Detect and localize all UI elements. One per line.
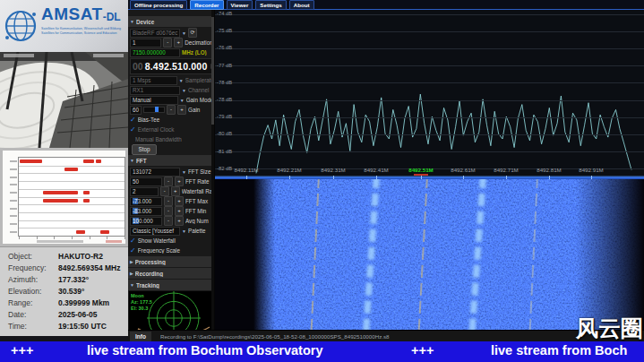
row-tracking[interactable]: ▼Tracking [128, 280, 214, 290]
ticker-right-text: live stream from Boch [491, 343, 627, 358]
caret-right-icon[interactable]: ▶ [130, 259, 133, 264]
caret-right-icon[interactable]: ▶ [130, 271, 133, 276]
tab-about[interactable]: About [289, 0, 314, 10]
gain-value[interactable]: 60 [130, 106, 142, 115]
db-axis-label: -78 dB [217, 80, 232, 85]
db-axis-label: -82 dB [217, 166, 232, 171]
samplerate-select[interactable]: 1 Msps [130, 76, 177, 85]
plus-button[interactable]: + [175, 216, 184, 226]
gain-mode-select[interactable]: Manual [130, 96, 178, 105]
caret-down-icon[interactable]: ▼ [130, 19, 134, 24]
pass-chart-gridline [19, 189, 125, 190]
panel-scrollbar-thumb[interactable] [211, 17, 214, 125]
row-palette: Classic [Youssef▼Palette [128, 226, 214, 236]
fft-min-label: FFT Min [185, 208, 212, 214]
plus-button[interactable]: + [175, 177, 184, 186]
tab-recorder[interactable]: Recorder [190, 0, 223, 10]
waterfall-display[interactable] [215, 179, 644, 330]
row-device[interactable]: ▼Device [128, 16, 214, 27]
checkbox-external-clock[interactable]: ✓ [130, 125, 136, 134]
row-external-clock: ✓External Clock [128, 125, 214, 134]
plus-button[interactable]: + [177, 105, 186, 115]
chevron-down-icon[interactable]: ▼ [182, 228, 186, 234]
tab-offline-processing[interactable]: Offline processing [130, 0, 187, 10]
tracking-radar: Moon Az: 177.5 El: 30.3 LOS in 05:27:32 [129, 291, 214, 330]
top-menu-bar: Offline processingRecorderViewerSettings… [128, 0, 644, 10]
spectrum-gridline [215, 31, 644, 32]
gain-slider[interactable] [143, 107, 165, 113]
fft-min-input[interactable]: -83.000 [130, 207, 162, 216]
plus-button[interactable]: + [174, 38, 183, 47]
pass-chart-xtick [19, 237, 20, 239]
row-combo: BladeRF d0676ec▼⟳ [128, 28, 214, 38]
panel-scrollbar[interactable] [211, 10, 214, 330]
tracking-elevation: El: 30.3 [131, 306, 148, 311]
decimation-label: Decimation [185, 39, 212, 46]
selected-text: -7 [133, 198, 138, 204]
freq-axis-label: 8492.11M [234, 167, 258, 173]
row-recording[interactable]: ▶Recording [128, 268, 214, 279]
checkbox-show-waterfall[interactable]: ✓ [130, 237, 136, 245]
minus-button[interactable]: - [164, 206, 173, 216]
pass-chart-gridline [19, 212, 125, 213]
row-processing[interactable]: ▶Processing [128, 256, 214, 267]
fft-size-select[interactable]: 131072 [130, 168, 180, 177]
chevron-down-icon[interactable]: ▼ [180, 98, 185, 103]
minus-button[interactable]: - [167, 105, 176, 115]
device-select[interactable]: BladeRF d0676ec [130, 29, 180, 38]
palette-select[interactable]: Classic [Youssef [130, 227, 180, 236]
info-tab[interactable]: Info [130, 332, 151, 341]
live-stream-ticker: +++ live stream from Bochum Observatory … [0, 341, 644, 362]
row-fft[interactable]: ▼FFT [128, 155, 214, 166]
object-info-panel: Object:HAKUTO-R2Frequency:8492.569354 MH… [0, 246, 128, 337]
info-label: Date: [8, 310, 58, 322]
fft-rate-input[interactable]: 50 [130, 177, 162, 186]
pass-chart-plot-area [18, 157, 125, 237]
refresh-icon[interactable]: ⟳ [188, 28, 197, 38]
spectrum-gridline [215, 48, 644, 49]
lo-frequency-value[interactable]: 7150.000000 [130, 48, 180, 57]
pass-chart-ytick [10, 231, 17, 233]
tab-viewer[interactable]: Viewer [227, 0, 253, 10]
gain-slider-handle[interactable] [155, 107, 159, 112]
waterfall-rate-input[interactable]: 2 [130, 187, 159, 196]
minus-button[interactable]: - [164, 196, 173, 206]
checkbox-bias-tee[interactable]: ✓ [130, 116, 136, 124]
db-axis-label: -76 dB [217, 45, 232, 50]
spectrum-gridline [215, 151, 644, 152]
minus-button[interactable]: - [164, 216, 173, 226]
checkbox-frequency-scale[interactable]: ✓ [130, 246, 136, 254]
spectrum-gridline [215, 117, 644, 118]
chevron-down-icon[interactable]: ▼ [182, 30, 186, 36]
pass-chart-xtick [54, 237, 55, 239]
plus-button[interactable]: + [175, 206, 184, 216]
channel-select[interactable]: RX1 [130, 86, 180, 95]
pass-chart-ytick [10, 177, 17, 178]
tuned-frequency-display[interactable]: 8.492.510.000 [145, 61, 208, 72]
minus-button[interactable]: - [160, 186, 169, 196]
ticker-plus-left: +++ [11, 343, 33, 358]
pass-chart-ytick [10, 223, 17, 225]
caret-down-icon[interactable]: ▼ [130, 158, 134, 163]
decimation-input[interactable]: 1 [130, 39, 161, 47]
minus-button[interactable]: - [163, 38, 172, 47]
info-row-range: Range:0.399999 Mkm [8, 298, 126, 310]
spectrum-gridline [215, 100, 644, 101]
chevron-down-icon[interactable]: ▼ [179, 78, 184, 83]
minus-button[interactable]: - [164, 177, 173, 186]
plus-button[interactable]: + [171, 186, 180, 196]
stop-button[interactable]: Stop [132, 144, 157, 155]
fft-max-input[interactable]: -73.000 [130, 197, 162, 206]
selected-text: -8 [133, 208, 138, 214]
chevron-down-icon[interactable]: ▼ [182, 169, 186, 175]
db-axis-label: -81 dB [217, 149, 232, 154]
avg-num-input[interactable]: 100.000 [130, 217, 162, 226]
plus-button[interactable]: + [175, 196, 184, 206]
freq-axis-label: 8492.21M [277, 167, 302, 173]
tab-settings[interactable]: Settings [255, 0, 286, 10]
fft-spectrum-display[interactable]: -74 dB-75 dB-76 dB-77 dB-78 dB-78 dB-79 … [215, 10, 644, 176]
chevron-down-icon[interactable]: ▼ [182, 88, 186, 93]
caret-down-icon[interactable]: ▼ [130, 282, 134, 288]
pass-chart-bar [83, 191, 90, 194]
row-avg-num: 100.000-+Avg Num [128, 216, 214, 226]
